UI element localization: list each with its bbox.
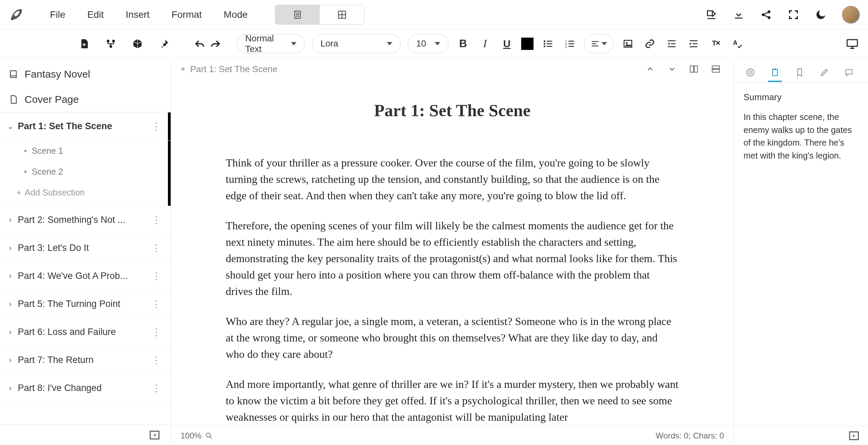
fullscreen-button[interactable] bbox=[787, 9, 800, 21]
document-content[interactable]: Think of your thriller as a pressure coo… bbox=[226, 154, 679, 425]
redo-button[interactable] bbox=[208, 36, 223, 51]
menu-edit[interactable]: Edit bbox=[87, 9, 104, 20]
underline-button[interactable]: U bbox=[499, 36, 514, 51]
tab-notes[interactable] bbox=[768, 64, 782, 82]
view-mode-grid[interactable] bbox=[320, 5, 364, 24]
tree-section-6[interactable]: › Part 6: Loss and Failure ⋮ bbox=[0, 318, 171, 346]
new-doc-button[interactable] bbox=[77, 36, 92, 51]
section-menu-button[interactable]: ⋮ bbox=[149, 214, 164, 226]
indent-increase-button[interactable] bbox=[686, 36, 701, 51]
next-section-button[interactable] bbox=[665, 62, 680, 77]
section-menu-button[interactable]: ⋮ bbox=[149, 270, 164, 282]
menu-mode[interactable]: Mode bbox=[224, 9, 248, 20]
chevron-right-icon[interactable]: › bbox=[5, 244, 15, 253]
tab-comments[interactable] bbox=[842, 64, 856, 82]
scene-item[interactable]: Scene 1 bbox=[0, 140, 171, 161]
summary-heading: Summary bbox=[744, 92, 858, 103]
menu-format[interactable]: Format bbox=[171, 9, 202, 20]
link-button[interactable] bbox=[642, 36, 657, 51]
structure-button[interactable] bbox=[103, 36, 118, 51]
view-mode-single[interactable] bbox=[275, 5, 320, 24]
indent-decrease-button[interactable] bbox=[664, 36, 679, 51]
zoom-level[interactable]: 100% bbox=[181, 431, 201, 441]
svg-text:T: T bbox=[712, 39, 716, 47]
tree-section-1[interactable]: ⌄ Part 1: Set The Scene ⋮ bbox=[0, 112, 171, 140]
font-size-select[interactable]: 10 bbox=[408, 34, 449, 53]
tab-goals[interactable] bbox=[744, 64, 757, 82]
tab-annotations[interactable] bbox=[817, 64, 831, 82]
image-button[interactable] bbox=[620, 36, 635, 51]
font-family-select[interactable]: Lora bbox=[312, 34, 401, 53]
tree-section-8[interactable]: › Part 8: I've Changed ⋮ bbox=[0, 374, 171, 402]
chevron-down-icon bbox=[435, 42, 440, 45]
bold-button[interactable]: B bbox=[456, 36, 471, 51]
number-list-button[interactable]: 123 bbox=[562, 36, 577, 51]
split-horizontal-button[interactable] bbox=[708, 62, 723, 77]
text-align-select[interactable] bbox=[584, 34, 614, 53]
cube-button[interactable] bbox=[130, 36, 145, 51]
add-subsection-button[interactable]: Add Subsection bbox=[0, 182, 171, 206]
dark-mode-button[interactable] bbox=[815, 9, 827, 21]
user-avatar[interactable] bbox=[842, 6, 860, 24]
tab-bookmarks[interactable] bbox=[793, 64, 806, 82]
compose-button[interactable] bbox=[705, 9, 718, 21]
pin-button[interactable] bbox=[157, 36, 172, 51]
word-count: Words: 0; Chars: 0 bbox=[656, 431, 724, 441]
section-menu-button[interactable]: ⋮ bbox=[149, 326, 164, 338]
tree-section-4[interactable]: › Part 4: We've Got A Prob... ⋮ bbox=[0, 262, 171, 290]
chevron-right-icon[interactable]: › bbox=[5, 272, 15, 281]
moon-icon bbox=[815, 9, 827, 21]
spellcheck-button[interactable]: A bbox=[730, 36, 745, 51]
bullet-list-button[interactable] bbox=[540, 36, 555, 51]
tree-section-5[interactable]: › Part 5: The Turning Point ⋮ bbox=[0, 290, 171, 318]
menu-insert[interactable]: Insert bbox=[126, 9, 149, 20]
app-logo[interactable] bbox=[8, 7, 39, 22]
share-button[interactable] bbox=[760, 9, 772, 21]
prev-section-button[interactable] bbox=[643, 62, 658, 77]
collapse-sidebar-button[interactable] bbox=[149, 429, 160, 441]
zoom-button[interactable] bbox=[205, 432, 213, 440]
cover-page-item[interactable]: Cover Page bbox=[0, 87, 171, 112]
paragraph: Therefore, the opening scenes of your fi… bbox=[226, 217, 679, 299]
svg-point-53 bbox=[749, 71, 752, 74]
editor-header: Part 1: Set The Scene bbox=[171, 58, 734, 80]
project-title-row[interactable]: Fantasy Novel bbox=[0, 58, 171, 87]
summary-text[interactable]: In this chapter scene, the enemy walks u… bbox=[744, 111, 858, 162]
section-menu-button[interactable]: ⋮ bbox=[149, 382, 164, 394]
editor-body[interactable]: Part 1: Set The Scene Think of your thri… bbox=[171, 80, 734, 426]
chevron-right-icon[interactable]: › bbox=[5, 328, 15, 337]
status-dot-icon bbox=[181, 67, 185, 71]
inspector-tabs bbox=[734, 58, 868, 82]
section-menu-button[interactable]: ⋮ bbox=[149, 354, 164, 366]
split-vertical-button[interactable] bbox=[686, 62, 701, 77]
scene-item[interactable]: Scene 2 bbox=[0, 161, 171, 182]
text-style-select[interactable]: Normal Text bbox=[237, 34, 305, 53]
collapse-inspector-button[interactable] bbox=[848, 430, 860, 442]
svg-rect-42 bbox=[847, 40, 857, 46]
chevron-right-icon[interactable]: › bbox=[5, 384, 15, 393]
svg-text:A: A bbox=[733, 39, 738, 46]
menu-file[interactable]: File bbox=[50, 9, 65, 20]
tree-section-3[interactable]: › Part 3: Let's Do It ⋮ bbox=[0, 234, 171, 262]
download-button[interactable] bbox=[733, 9, 745, 21]
tree-section-7[interactable]: › Part 7: The Return ⋮ bbox=[0, 346, 171, 374]
redo-icon bbox=[210, 39, 221, 49]
undo-button[interactable] bbox=[192, 36, 207, 51]
tree-section-2[interactable]: › Part 2: Something's Not ... ⋮ bbox=[0, 206, 171, 234]
section-menu-button[interactable]: ⋮ bbox=[149, 121, 164, 132]
clear-format-button[interactable]: T bbox=[708, 36, 723, 51]
chevron-right-icon[interactable]: › bbox=[5, 216, 15, 225]
chevron-down-icon[interactable]: ⌄ bbox=[5, 122, 15, 131]
fullscreen-icon bbox=[788, 9, 799, 21]
chevron-right-icon[interactable]: › bbox=[5, 300, 15, 309]
chevron-down-icon bbox=[387, 42, 392, 45]
section-label: Part 6: Loss and Failure bbox=[18, 327, 149, 337]
preview-button[interactable] bbox=[845, 36, 860, 51]
section-menu-button[interactable]: ⋮ bbox=[149, 298, 164, 310]
section-menu-button[interactable]: ⋮ bbox=[149, 242, 164, 254]
text-color-button[interactable] bbox=[521, 38, 534, 50]
chevron-right-icon[interactable]: › bbox=[5, 356, 15, 365]
italic-button[interactable]: I bbox=[477, 36, 492, 51]
clipboard-icon bbox=[770, 68, 780, 77]
page-icon bbox=[8, 94, 18, 105]
